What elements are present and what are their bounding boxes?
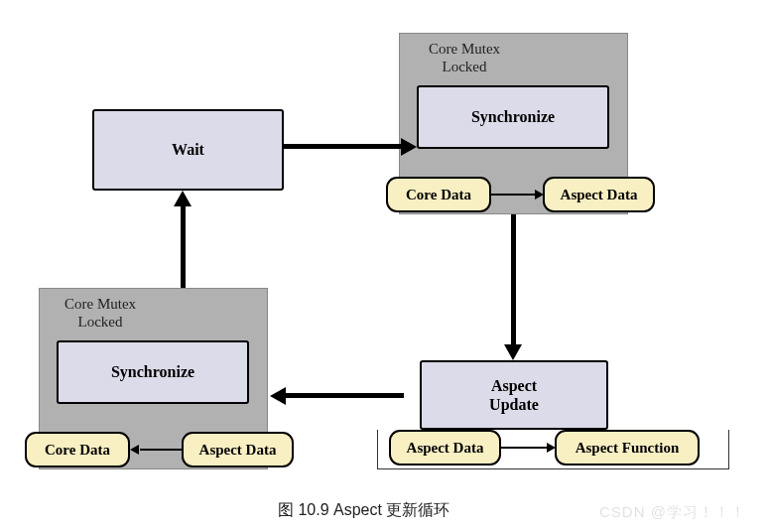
aspectdata-bottom-label: Aspect Data (199, 442, 277, 459)
aspectdata-right-label: Aspect Data (407, 440, 484, 457)
wait-label: Wait (172, 140, 204, 159)
sync-bottom-label: Synchronize (111, 362, 194, 381)
sync-top: Synchronize (417, 85, 609, 149)
figure-caption: 图 10.9 Aspect 更新循环 (278, 500, 449, 521)
aspectdata-top: Aspect Data (543, 177, 655, 212)
aspect-update: Aspect Update (420, 360, 608, 430)
coredata-top: Core Data (386, 177, 491, 212)
arrow-wait-to-sync (284, 144, 401, 149)
coredata-top-label: Core Data (406, 187, 471, 203)
arrowhead-top-to-update (504, 344, 522, 360)
arrowhead-sync-to-wait (174, 191, 192, 206)
arrow-aspect-to-core-bottom (140, 449, 182, 451)
arrow-update-to-sync (286, 393, 404, 398)
arrowhead-wait-to-sync (401, 138, 417, 156)
aspectdata-bottom: Aspect Data (182, 432, 294, 467)
arrow-core-to-aspect-top (491, 194, 535, 196)
arrowhead-aspect-to-core-bottom (130, 445, 139, 455)
arrow-data-to-func (501, 447, 547, 449)
sync-top-label: Synchronize (471, 107, 555, 126)
aspect-function-label: Aspect Function (576, 440, 680, 457)
arrowhead-update-to-sync (270, 387, 286, 405)
aspect-update-label: Aspect Update (489, 376, 539, 414)
aspect-function: Aspect Function (555, 430, 700, 466)
aspectdata-top-label: Aspect Data (561, 187, 638, 203)
arrow-sync-to-wait (181, 206, 186, 288)
coredata-bottom-label: Core Data (45, 442, 110, 459)
watermark: CSDN @学习！！！ (599, 503, 746, 522)
coredata-bottom: Core Data (25, 432, 130, 467)
sync-bottom: Synchronize (57, 340, 249, 404)
node-wait: Wait (92, 109, 284, 191)
mutex-bottom-title: Core Mutex Locked (64, 295, 136, 331)
mutex-top-title: Core Mutex Locked (429, 40, 500, 75)
arrow-top-to-update (511, 214, 516, 344)
aspectdata-right: Aspect Data (389, 430, 501, 466)
